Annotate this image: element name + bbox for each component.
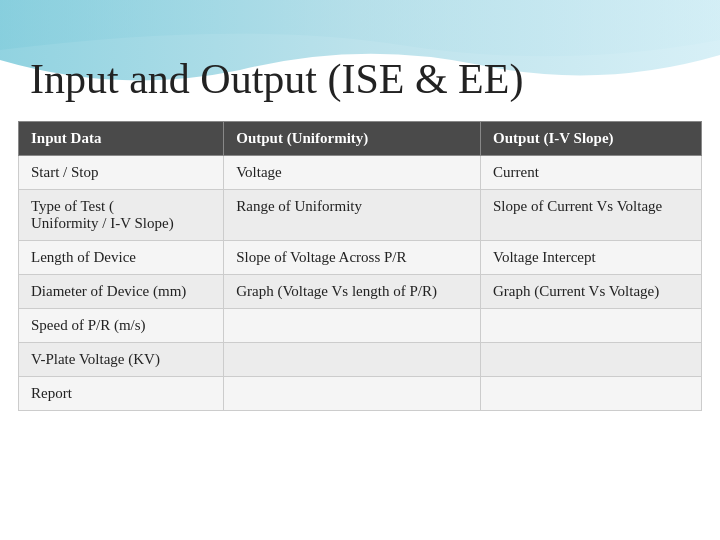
cell-1-0: Type of Test ( Uniformity / I-V Slope) (19, 190, 224, 241)
cell-1-1: Range of Uniformity (224, 190, 481, 241)
cell-5-0: V-Plate Voltage (KV) (19, 343, 224, 377)
cell-6-0: Report (19, 377, 224, 411)
cell-0-1: Voltage (224, 156, 481, 190)
data-table: Input Data Output (Uniformity) Output (I… (18, 121, 702, 411)
table-row: Start / StopVoltageCurrent (19, 156, 702, 190)
cell-4-0: Speed of P/R (m/s) (19, 309, 224, 343)
table-row: Report (19, 377, 702, 411)
cell-3-2: Graph (Current Vs Voltage) (481, 275, 702, 309)
cell-2-2: Voltage Intercept (481, 241, 702, 275)
table-row: Type of Test ( Uniformity / I-V Slope)Ra… (19, 190, 702, 241)
header-col1: Input Data (19, 122, 224, 156)
table-header-row: Input Data Output (Uniformity) Output (I… (19, 122, 702, 156)
cell-6-2 (481, 377, 702, 411)
cell-5-1 (224, 343, 481, 377)
cell-2-1: Slope of Voltage Across P/R (224, 241, 481, 275)
cell-5-2 (481, 343, 702, 377)
cell-6-1 (224, 377, 481, 411)
cell-3-0: Diameter of Device (mm) (19, 275, 224, 309)
cell-0-0: Start / Stop (19, 156, 224, 190)
header-col3: Output (I-V Slope) (481, 122, 702, 156)
cell-2-0: Length of Device (19, 241, 224, 275)
cell-1-2: Slope of Current Vs Voltage (481, 190, 702, 241)
page-title: Input and Output (ISE & EE) (0, 0, 720, 121)
cell-4-1 (224, 309, 481, 343)
cell-4-2 (481, 309, 702, 343)
table-row: Diameter of Device (mm)Graph (Voltage Vs… (19, 275, 702, 309)
table-row: Length of DeviceSlope of Voltage Across … (19, 241, 702, 275)
main-content: Input Data Output (Uniformity) Output (I… (0, 121, 720, 411)
cell-3-1: Graph (Voltage Vs length of P/R) (224, 275, 481, 309)
table-row: Speed of P/R (m/s) (19, 309, 702, 343)
header-col2: Output (Uniformity) (224, 122, 481, 156)
table-row: V-Plate Voltage (KV) (19, 343, 702, 377)
cell-0-2: Current (481, 156, 702, 190)
